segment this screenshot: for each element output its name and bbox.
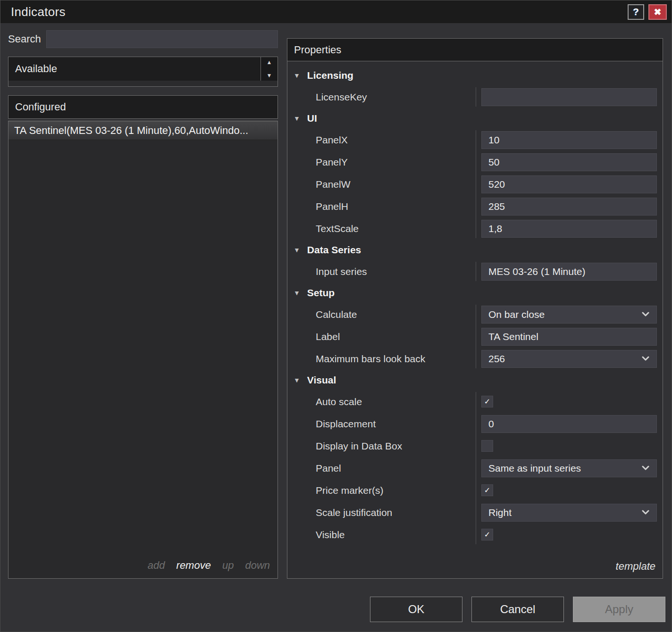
property-row-panely: PanelY50 xyxy=(287,151,663,173)
up-link[interactable]: up xyxy=(222,559,234,572)
available-header: Available ▲ ▼ xyxy=(8,57,277,81)
input-series-field[interactable]: MES 03-26 (1 Minute) xyxy=(481,263,657,281)
visible-checkbox[interactable]: ✓ xyxy=(481,529,493,541)
property-value-cell: Same as input series xyxy=(476,459,663,477)
property-row-displacement: Displacement0 xyxy=(287,413,663,435)
field-value: 256 xyxy=(488,353,505,365)
scroll-down-icon[interactable]: ▼ xyxy=(267,73,272,78)
remove-link[interactable]: remove xyxy=(176,559,211,572)
section-header-data-series[interactable]: ▼Data Series xyxy=(287,240,663,260)
collapse-triangle-icon[interactable]: ▼ xyxy=(294,290,300,296)
cancel-button[interactable]: Cancel xyxy=(471,597,564,622)
configured-header-label: Configured xyxy=(15,101,66,113)
section-title: Data Series xyxy=(307,244,361,256)
available-scroll-spinner[interactable]: ▲ ▼ xyxy=(260,57,277,81)
property-label: Scale justification xyxy=(287,507,476,518)
chevron-down-icon xyxy=(642,510,649,515)
right-panel: Properties ▼LicensingLicenseKey▼UIPanelX… xyxy=(287,23,663,587)
window-title: Indicators xyxy=(11,5,628,19)
scroll-up-icon[interactable]: ▲ xyxy=(267,59,272,65)
checkmark-icon: ✓ xyxy=(484,531,490,539)
scale-justification-select[interactable]: Right xyxy=(481,504,657,522)
section-title: Visual xyxy=(307,374,336,386)
search-input[interactable] xyxy=(46,30,278,48)
field-value: 520 xyxy=(488,179,505,190)
property-value-cell: TA Sentinel xyxy=(476,328,663,346)
available-list-empty[interactable] xyxy=(8,81,277,86)
section-ui: ▼UIPanelX10PanelY50PanelW520PanelH285Tex… xyxy=(287,108,663,240)
section-title: UI xyxy=(307,113,317,124)
label-field[interactable]: TA Sentinel xyxy=(481,328,657,346)
display-in-data-box-checkbox[interactable]: ✓ xyxy=(481,440,493,452)
panely-field[interactable]: 50 xyxy=(481,153,657,171)
collapse-triangle-icon[interactable]: ▼ xyxy=(294,377,300,383)
configured-list[interactable]: TA Sentinel(MES 03-26 (1 Minute),60,Auto… xyxy=(8,121,278,579)
property-value-cell: 285 xyxy=(476,198,663,216)
property-row-auto-scale: Auto scale✓ xyxy=(287,391,663,413)
chevron-down-icon xyxy=(642,356,649,361)
collapse-triangle-icon[interactable]: ▼ xyxy=(294,72,300,79)
property-row-textscale: TextScale1,8 xyxy=(287,217,663,240)
property-value-cell: On bar close xyxy=(476,306,663,324)
configured-list-item[interactable]: TA Sentinel(MES 03-26 (1 Minute),60,Auto… xyxy=(8,121,277,140)
section-header-visual[interactable]: ▼Visual xyxy=(287,370,663,391)
licensekey-field[interactable] xyxy=(481,88,657,106)
section-rows: Input seriesMES 03-26 (1 Minute) xyxy=(287,260,663,283)
section-header-setup[interactable]: ▼Setup xyxy=(287,283,663,303)
field-value: On bar close xyxy=(488,309,545,320)
template-link[interactable]: template xyxy=(616,560,655,573)
section-setup: ▼SetupCalculateOn bar closeLabelTA Senti… xyxy=(287,283,663,370)
help-button[interactable]: ? xyxy=(628,4,644,20)
apply-button[interactable]: Apply xyxy=(573,597,665,622)
property-row-display-in-data-box: Display in Data Box✓ xyxy=(287,435,663,457)
property-label: TextScale xyxy=(287,223,476,234)
close-button[interactable]: ✖ xyxy=(648,4,667,20)
collapse-triangle-icon[interactable]: ▼ xyxy=(294,115,300,122)
panelh-field[interactable]: 285 xyxy=(481,198,657,216)
property-label: Price marker(s) xyxy=(287,485,476,496)
property-label: Display in Data Box xyxy=(287,441,476,452)
configured-header: Configured xyxy=(8,95,278,119)
collapse-triangle-icon[interactable]: ▼ xyxy=(294,247,300,253)
panel-select[interactable]: Same as input series xyxy=(481,459,657,477)
property-label: Auto scale xyxy=(287,396,476,407)
property-row-panelw: PanelW520 xyxy=(287,173,663,195)
auto-scale-checkbox[interactable]: ✓ xyxy=(481,396,493,407)
properties-sections: ▼LicensingLicenseKey▼UIPanelX10PanelY50P… xyxy=(287,65,663,546)
property-label: PanelX xyxy=(287,134,476,146)
field-value: 10 xyxy=(488,134,499,146)
maximum-bars-look-back-select[interactable]: 256 xyxy=(481,350,657,368)
property-label: Visible xyxy=(287,529,476,541)
property-value-cell: 0 xyxy=(476,415,663,433)
property-row-panelx: PanelX10 xyxy=(287,129,663,151)
section-header-ui[interactable]: ▼UI xyxy=(287,108,663,129)
calculate-select[interactable]: On bar close xyxy=(481,306,657,324)
property-row-input-series: Input seriesMES 03-26 (1 Minute) xyxy=(287,260,663,283)
search-label: Search xyxy=(8,33,46,45)
left-panel: Search Available ▲ ▼ Configured TA Senti… xyxy=(8,23,278,587)
property-label: Displacement xyxy=(287,418,476,430)
chevron-down-icon xyxy=(642,312,649,317)
panelw-field[interactable]: 520 xyxy=(481,175,657,193)
configured-actions: add remove up down xyxy=(8,553,277,578)
titlebar: Indicators ? ✖ xyxy=(0,0,672,23)
ok-button[interactable]: OK xyxy=(370,597,462,622)
property-row-panel: PanelSame as input series xyxy=(287,457,663,479)
section-rows: Auto scale✓Displacement0Display in Data … xyxy=(287,391,663,546)
add-link[interactable]: add xyxy=(148,559,165,572)
template-row: template xyxy=(287,560,663,578)
down-link[interactable]: down xyxy=(245,559,270,572)
field-value: Right xyxy=(488,507,512,518)
textscale-field[interactable]: 1,8 xyxy=(481,220,657,238)
property-row-visible: Visible✓ xyxy=(287,524,663,546)
displacement-field[interactable]: 0 xyxy=(481,415,657,433)
panelx-field[interactable]: 10 xyxy=(481,131,657,149)
property-value-cell: ✓ xyxy=(476,484,663,496)
property-value-cell: ✓ xyxy=(476,529,663,541)
property-label: Calculate xyxy=(287,309,476,320)
property-value-cell: 520 xyxy=(476,175,663,193)
field-value: Same as input series xyxy=(488,463,581,474)
property-row-calculate: CalculateOn bar close xyxy=(287,303,663,325)
price-marker-s-checkbox[interactable]: ✓ xyxy=(481,484,493,496)
section-header-licensing[interactable]: ▼Licensing xyxy=(287,65,663,86)
